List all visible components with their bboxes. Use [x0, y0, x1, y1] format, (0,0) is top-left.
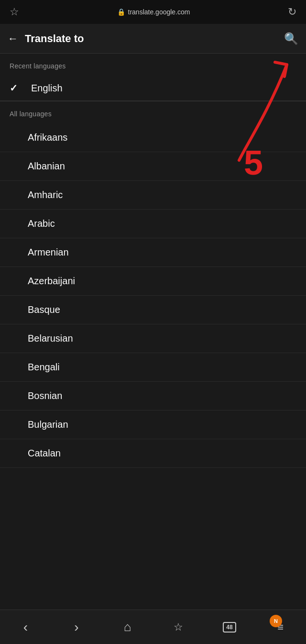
all-languages-section-label: All languages	[0, 101, 306, 123]
refresh-icon[interactable]: ↻	[288, 6, 296, 18]
language-item-catalan[interactable]: Catalan	[0, 439, 306, 468]
search-button[interactable]: 🔍	[284, 32, 298, 45]
language-item-albanian[interactable]: Albanian	[0, 152, 306, 181]
recent-languages-section-label: Recent languages	[0, 54, 306, 76]
tabs-count-badge: 48	[223, 622, 236, 633]
language-label: Bosnian	[28, 390, 62, 401]
app-bar: ← Translate to 🔍	[0, 24, 306, 54]
language-item-bulgarian[interactable]: Bulgarian	[0, 411, 306, 439]
nav-back-button[interactable]: ‹	[0, 610, 51, 644]
nav-bookmarks-button[interactable]: ☆	[153, 610, 204, 644]
content-area: Recent languages ✓ English All languages…	[0, 54, 306, 610]
check-icon: ✓	[10, 82, 18, 94]
url-text: translate.google.com	[128, 8, 190, 16]
bookmarks-icon: ☆	[174, 621, 183, 633]
notification-badge: N	[270, 615, 282, 627]
language-item-azerbaijani[interactable]: Azerbaijani	[0, 267, 306, 296]
home-icon: ⌂	[124, 620, 131, 634]
nav-tabs-button[interactable]: 48	[204, 610, 255, 644]
language-item-belarusian[interactable]: Belarusian	[0, 324, 306, 353]
language-item-basque[interactable]: Basque	[0, 296, 306, 324]
language-item-afrikaans[interactable]: Afrikaans	[0, 123, 306, 152]
forward-nav-icon: ›	[74, 620, 78, 635]
language-label: Arabic	[28, 218, 55, 229]
language-label: Azerbaijani	[28, 276, 75, 287]
language-item-arabic[interactable]: Arabic	[0, 210, 306, 238]
language-label: Basque	[28, 304, 60, 315]
language-label: Afrikaans	[28, 132, 67, 143]
lock-icon: 🔒	[117, 8, 125, 16]
back-button[interactable]: ←	[8, 33, 18, 45]
recent-language-label: English	[31, 83, 63, 94]
language-label: Bengali	[28, 362, 60, 373]
language-label: Belarusian	[28, 333, 73, 344]
nav-forward-button[interactable]: ›	[51, 610, 102, 644]
bottom-nav: ‹ › ⌂ ☆ 48 ≡ N	[0, 610, 306, 644]
nav-home-button[interactable]: ⌂	[102, 610, 153, 644]
status-bar: ☆ 🔒 translate.google.com ↻	[0, 0, 306, 24]
back-nav-icon: ‹	[23, 620, 28, 635]
language-item-amharic[interactable]: Amharic	[0, 181, 306, 210]
page-title: Translate to	[25, 33, 84, 45]
language-label: Catalan	[28, 448, 61, 459]
language-label: Amharic	[28, 189, 63, 200]
nav-menu-button[interactable]: ≡ N	[255, 610, 306, 644]
language-item-bengali[interactable]: Bengali	[0, 353, 306, 382]
status-bar-right: ↻	[288, 6, 296, 18]
language-label: Bulgarian	[28, 419, 68, 430]
url-bar: 🔒 translate.google.com	[117, 8, 190, 16]
language-label: Armenian	[28, 247, 69, 258]
language-label: Albanian	[28, 161, 65, 172]
language-item-armenian[interactable]: Armenian	[0, 238, 306, 267]
language-item-bosnian[interactable]: Bosnian	[0, 382, 306, 411]
recent-language-item-english[interactable]: ✓ English	[0, 76, 306, 101]
app-bar-left: ← Translate to	[8, 33, 84, 45]
status-bar-left: ☆	[10, 6, 19, 18]
bookmark-icon: ☆	[10, 6, 19, 18]
